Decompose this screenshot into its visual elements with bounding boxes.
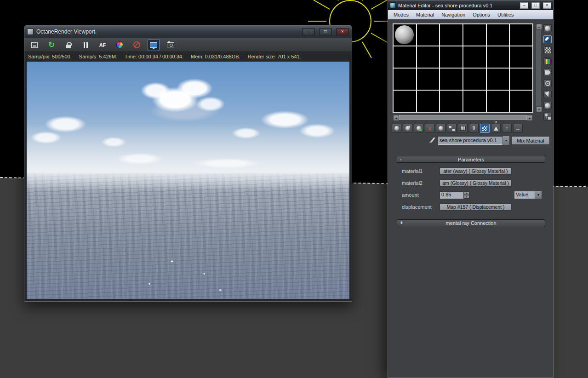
material-slot[interactable]	[463, 69, 486, 90]
material-type-button[interactable]: Mix Material	[511, 136, 550, 145]
material-map-navigator-button[interactable]	[543, 113, 552, 120]
scroll-right-button[interactable]: ▶	[527, 115, 533, 121]
material-slot[interactable]	[487, 91, 509, 112]
lock-button[interactable]	[63, 40, 74, 51]
put-material-to-scene-button[interactable]: ▲	[403, 124, 412, 133]
material-slot[interactable]	[394, 69, 416, 90]
select-by-material-button[interactable]	[543, 102, 552, 109]
pick-material-from-object-button[interactable]	[428, 137, 436, 144]
material-slot-active[interactable]	[394, 24, 416, 46]
material-slot[interactable]	[394, 91, 416, 112]
render-statusbar: Samp/pix: 500/500. Samp/s: 5.426M. Time:…	[24, 52, 352, 61]
material-name-combobox[interactable]: sea shore procedura v0.1 ▼	[438, 136, 509, 145]
go-to-parent-button[interactable]: ↑	[502, 124, 512, 133]
reset-cross-icon: ×	[428, 126, 432, 132]
mental-ray-rollout-header[interactable]: + mental ray Connection	[397, 219, 545, 226]
sample-type-button[interactable]	[543, 24, 552, 32]
put-to-library-button[interactable]	[458, 124, 468, 133]
material-slot[interactable]	[463, 24, 486, 46]
material-slot[interactable]	[510, 24, 532, 46]
material-editor-options-button[interactable]	[543, 91, 552, 98]
horizontal-scroll-thumb[interactable]	[399, 115, 527, 120]
minimize-button[interactable]: –	[302, 28, 315, 35]
lock-icon	[66, 45, 71, 48]
spinner-down-button[interactable]: ▼	[464, 195, 469, 199]
menu-options[interactable]: Options	[469, 11, 494, 18]
material-id-channel-button[interactable]: 0	[469, 124, 479, 133]
autofocus-button[interactable]: AF	[97, 40, 108, 51]
material-slot[interactable]	[510, 46, 532, 68]
amount-mode-dropdown-arrow[interactable]: ▼	[535, 191, 542, 199]
stop-render-button[interactable]	[131, 40, 142, 51]
sample-uv-tiling-button[interactable]	[543, 57, 552, 65]
displacement-button[interactable]: Map #157 ( Displacement )	[440, 203, 512, 211]
parameters-rollout-header[interactable]: - Parameters	[397, 156, 545, 163]
material-slot[interactable]	[463, 91, 486, 112]
material-name-dropdown-arrow[interactable]: ▼	[502, 136, 509, 145]
material-slot[interactable]	[417, 69, 440, 90]
material-slot[interactable]	[487, 46, 509, 68]
material2-button[interactable]: am (Glossy) ( Glossy Material )	[440, 179, 512, 187]
material-slot[interactable]	[487, 69, 509, 90]
pause-render-button[interactable]	[80, 40, 91, 51]
save-image-button[interactable]	[29, 40, 40, 51]
parameters-rollout-title: Parameters	[458, 157, 484, 162]
background-button[interactable]	[543, 46, 552, 54]
restart-render-button[interactable]: ↻	[46, 40, 57, 51]
material-slot[interactable]	[510, 69, 532, 90]
render-camera-button[interactable]	[165, 40, 176, 51]
spinner-up-button[interactable]: ▲	[464, 191, 469, 195]
me-minimize-button[interactable]: –	[520, 2, 528, 9]
end-result-icon	[494, 126, 498, 131]
backlight-button[interactable]	[543, 35, 552, 43]
displacement-label: displacement	[402, 204, 432, 210]
make-preview-button[interactable]	[543, 80, 552, 87]
make-unique-button[interactable]	[447, 124, 457, 133]
slots-vertical-scrollbar[interactable]: ▲ ▼	[536, 23, 542, 113]
show-map-in-viewport-button[interactable]	[480, 124, 490, 133]
assign-material-to-selection-button[interactable]	[414, 124, 423, 133]
material-slot[interactable]	[440, 69, 462, 90]
me-close-button[interactable]: ×	[543, 2, 551, 9]
close-button[interactable]: ×	[336, 28, 349, 35]
reset-map-button[interactable]: ×	[425, 124, 434, 133]
vertical-scroll-track[interactable]	[536, 30, 541, 106]
scroll-left-button[interactable]: ◀	[393, 115, 399, 121]
material-name-value[interactable]: sea shore procedura v0.1	[438, 136, 502, 145]
parent-arrow-icon: ↑	[506, 126, 508, 131]
render-view[interactable]	[27, 62, 349, 299]
get-material-button[interactable]	[392, 124, 401, 133]
material-slot[interactable]	[440, 91, 462, 112]
color-picker-button[interactable]	[114, 40, 125, 51]
material-slot[interactable]	[417, 91, 440, 112]
material-slot[interactable]	[394, 46, 416, 68]
menu-material[interactable]: Material	[412, 11, 438, 18]
amount-mode-dropdown[interactable]: Value ▼	[514, 191, 542, 199]
scroll-up-button[interactable]: ▲	[536, 24, 542, 30]
material-slot[interactable]	[417, 46, 440, 68]
go-forward-to-sibling-button[interactable]: →	[513, 124, 523, 133]
make-material-copy-button[interactable]	[436, 124, 445, 133]
material-slot[interactable]	[440, 24, 462, 46]
viewport-display-button[interactable]	[148, 40, 159, 51]
menu-modes[interactable]: Modes	[390, 11, 412, 18]
maximize-button[interactable]: □	[319, 28, 332, 35]
material-editor-titlebar[interactable]: Material Editor - sea shore procedura v0…	[388, 0, 553, 10]
get-material-icon	[394, 126, 399, 131]
material-slot[interactable]	[463, 46, 486, 68]
me-maximize-button[interactable]: □	[531, 2, 540, 9]
show-end-result-button[interactable]	[491, 124, 501, 133]
menu-utilities[interactable]: Utilities	[494, 11, 517, 18]
menu-navigation[interactable]: Navigation	[438, 11, 469, 18]
video-color-check-button[interactable]	[543, 69, 552, 76]
viewport-titlebar[interactable]: OctaneRender Viewport. – □ ×	[24, 26, 352, 38]
material-slot[interactable]	[487, 24, 509, 46]
material1-button[interactable]: ater (wavy) ( Glossy Material )	[440, 167, 512, 175]
material-slot[interactable]	[440, 46, 462, 68]
material-slot[interactable]	[510, 91, 532, 112]
amount-mode-value[interactable]: Value	[514, 191, 535, 199]
slots-horizontal-scrollbar[interactable]: ◀ ▶	[393, 115, 533, 120]
scroll-down-button[interactable]: ▼	[536, 106, 542, 112]
material-slot[interactable]	[417, 24, 440, 46]
amount-field[interactable]: 0.85	[440, 191, 463, 199]
